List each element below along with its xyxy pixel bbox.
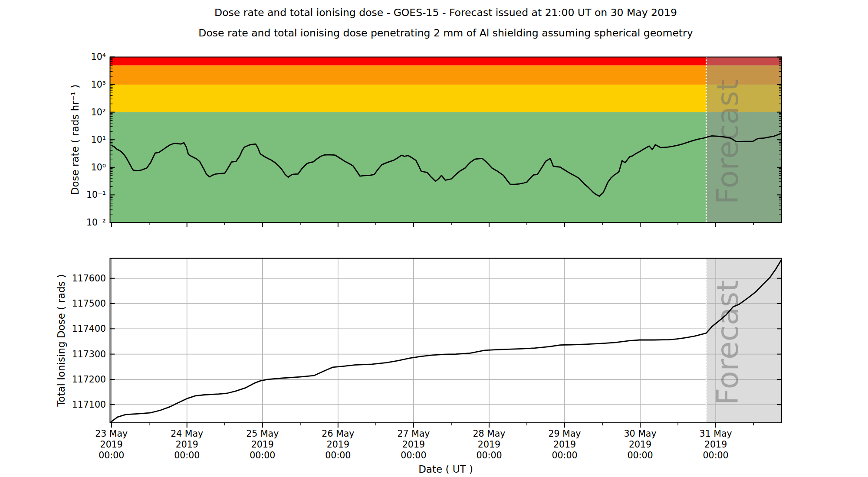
x-tick-label: 2019 bbox=[629, 439, 651, 450]
x-tick-label: 2019 bbox=[402, 439, 425, 450]
y-tick-label: 117500 bbox=[72, 298, 106, 309]
y-tick-label: 117100 bbox=[72, 399, 106, 410]
x-tick-label: 00:00 bbox=[628, 450, 653, 461]
x-tick-label: 28 May bbox=[473, 428, 505, 439]
x-tick-label: 00:00 bbox=[99, 450, 124, 461]
band-green bbox=[110, 112, 782, 222]
chart-canvas: Dose rate and total ionising dose - GOES… bbox=[0, 0, 868, 477]
band-red bbox=[110, 57, 782, 65]
x-tick-label: 00:00 bbox=[174, 450, 200, 461]
x-tick-label: 2019 bbox=[327, 439, 349, 450]
chart-subtitle: Dose rate and total ionising dose penetr… bbox=[198, 27, 693, 39]
x-tick-label: 2019 bbox=[553, 439, 576, 450]
x-tick-label: 2019 bbox=[704, 439, 727, 450]
band-yellow bbox=[110, 85, 782, 112]
chart-title: Dose rate and total ionising dose - GOES… bbox=[214, 7, 677, 19]
y-tick-label: 117600 bbox=[72, 273, 106, 284]
y-tick-label: 10⁻² bbox=[86, 217, 106, 228]
y-tick-label: 10⁴ bbox=[91, 52, 106, 62]
y-tick-label: 117200 bbox=[72, 374, 106, 385]
y-tick-label: 10⁰ bbox=[91, 162, 106, 173]
x-tick-label: 25 May bbox=[246, 428, 279, 439]
x-tick-label: 2019 bbox=[478, 439, 500, 450]
total-dose-axis-label: Total Ionising Dose ( rads ) bbox=[56, 274, 67, 407]
plot-border bbox=[110, 258, 782, 423]
x-tick-label: 00:00 bbox=[250, 450, 275, 461]
forecast-watermark-bottom: Forecast bbox=[710, 280, 745, 405]
x-tick-label: 23 May bbox=[95, 428, 128, 439]
x-tick-label: 30 May bbox=[624, 428, 657, 439]
date-axis-label: Date ( UT ) bbox=[418, 464, 473, 475]
total-dose-line bbox=[110, 260, 782, 423]
x-tick-label: 00:00 bbox=[325, 450, 351, 461]
dose-rate-plot-background bbox=[110, 57, 782, 222]
x-tick-label: 2019 bbox=[176, 439, 198, 450]
y-tick-label: 117300 bbox=[72, 349, 106, 359]
total-dose-plot-background bbox=[110, 258, 782, 423]
y-tick-label: 10³ bbox=[91, 79, 106, 90]
y-tick-label: 10² bbox=[91, 107, 106, 118]
x-tick-label: 26 May bbox=[322, 428, 354, 439]
x-tick-label: 31 May bbox=[700, 428, 732, 439]
x-tick-label: 00:00 bbox=[703, 450, 729, 461]
x-tick-label: 00:00 bbox=[476, 450, 502, 461]
x-tick-label: 00:00 bbox=[401, 450, 426, 461]
dose-rate-axis-label: Dose rate ( rads hr⁻¹ ) bbox=[69, 85, 81, 195]
page: Dose rate and total ionising dose - GOES… bbox=[0, 0, 868, 477]
x-tick-label: 00:00 bbox=[552, 450, 577, 461]
x-tick-label: 2019 bbox=[251, 439, 274, 450]
x-tick-label: 2019 bbox=[100, 439, 123, 450]
y-tick-label: 10¹ bbox=[91, 134, 106, 145]
y-tick-label: 117400 bbox=[72, 323, 106, 334]
band-orange bbox=[110, 65, 782, 85]
total-dose-plot: 11710011720011730011740011750011760023 M… bbox=[72, 258, 782, 461]
x-tick-label: 27 May bbox=[397, 428, 430, 439]
x-tick-label: 24 May bbox=[171, 428, 203, 439]
y-tick-label: 10⁻¹ bbox=[86, 189, 106, 200]
x-tick-label: 29 May bbox=[549, 428, 581, 439]
